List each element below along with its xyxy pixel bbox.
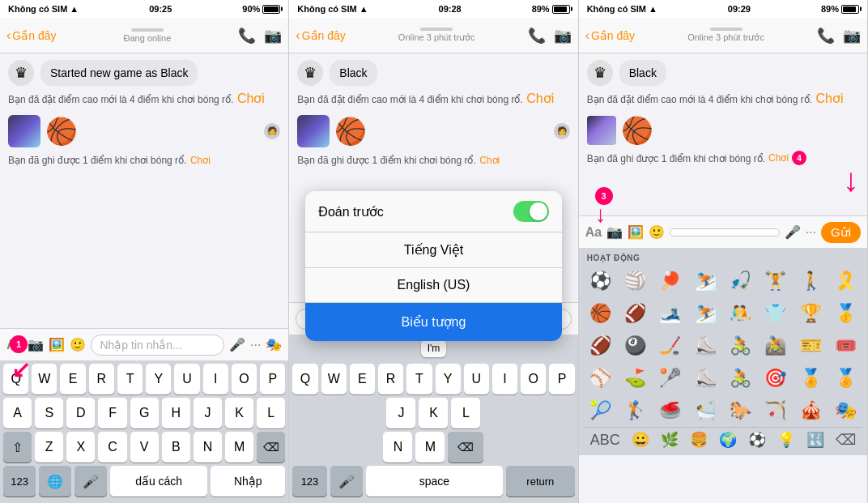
- score-1pt-link-3[interactable]: Chơi: [768, 152, 789, 164]
- key-w-2[interactable]: W: [321, 364, 347, 394]
- emoji-wrestling[interactable]: 🤼: [724, 299, 757, 328]
- emoji-weightlift[interactable]: 🏋️: [759, 266, 792, 296]
- emoji-mtb[interactable]: 🚵: [759, 331, 792, 360]
- sticker-icon-1[interactable]: 🎭: [266, 337, 282, 352]
- emoji-curling[interactable]: 🥌: [653, 396, 687, 425]
- camera-icon-1[interactable]: 📷: [28, 337, 44, 352]
- mic-icon-3[interactable]: 🎤: [785, 224, 801, 240]
- key-q-2[interactable]: Q: [292, 364, 317, 394]
- key-r[interactable]: R: [89, 364, 114, 394]
- emoji-tennis[interactable]: 🎾: [584, 396, 617, 425]
- emoji-horse[interactable]: 🐎: [724, 396, 757, 425]
- message-input-1[interactable]: Nhập tin nhắn...: [91, 335, 224, 356]
- key-e-2[interactable]: E: [350, 364, 375, 394]
- video-icon-3[interactable]: 📷: [843, 27, 861, 45]
- key-mic-1[interactable]: 🎤: [74, 466, 107, 497]
- emoji-fishing[interactable]: 🎣: [724, 266, 757, 296]
- score-high-link-2[interactable]: Chơi: [526, 92, 554, 105]
- emoji-ski[interactable]: ⛷️: [689, 266, 722, 296]
- emoji-hockey[interactable]: 🏒: [653, 331, 687, 360]
- message-input-3[interactable]: [670, 228, 780, 237]
- dropdown-english[interactable]: English (US): [305, 268, 561, 303]
- key-a[interactable]: A: [3, 398, 32, 428]
- key-l-2[interactable]: L: [451, 398, 480, 428]
- key-x[interactable]: X: [66, 432, 95, 463]
- suggestion-im[interactable]: I'm: [421, 339, 447, 357]
- emoji-bottom-travel[interactable]: 🌍: [719, 431, 737, 449]
- emoji-golf[interactable]: ⛳: [619, 364, 652, 393]
- key-h[interactable]: H: [162, 398, 190, 428]
- key-u-2[interactable]: U: [464, 364, 489, 394]
- emoji-trophy[interactable]: 🏆: [794, 299, 827, 328]
- key-daucach-1[interactable]: dấu cách: [110, 466, 207, 497]
- key-f[interactable]: F: [98, 398, 126, 428]
- emoji-ticket[interactable]: 🎫: [794, 331, 827, 360]
- emoji-ribbon[interactable]: 🎗️: [829, 266, 862, 296]
- emoji-baseball[interactable]: ⚾: [584, 364, 617, 393]
- emoji-medal3[interactable]: 🏅: [829, 364, 862, 393]
- back-button-3[interactable]: ‹ Gần đây: [585, 28, 635, 43]
- key-z[interactable]: Z: [35, 432, 63, 463]
- phone-icon-1[interactable]: 📞: [238, 27, 256, 45]
- video-icon-1[interactable]: 📷: [264, 27, 282, 45]
- emoji-theater[interactable]: 🎭: [829, 396, 862, 425]
- emoji-cycling[interactable]: 🚴: [724, 331, 757, 360]
- key-delete[interactable]: ⌫: [257, 432, 285, 463]
- key-n[interactable]: N: [194, 432, 222, 463]
- key-o-2[interactable]: O: [521, 364, 546, 394]
- emoji-bottom-activity[interactable]: ⚽: [748, 431, 766, 449]
- image-icon-1[interactable]: 🖼️: [49, 337, 65, 352]
- key-v[interactable]: V: [130, 432, 159, 463]
- score-high-link-1[interactable]: Chơi: [237, 92, 265, 105]
- emoji-bottom-nature[interactable]: 🌿: [661, 431, 679, 449]
- score-high-link-3[interactable]: Chơi: [816, 92, 844, 105]
- key-k[interactable]: K: [225, 398, 253, 428]
- key-g[interactable]: G: [130, 398, 159, 428]
- emoji-shirt[interactable]: 👕: [759, 299, 792, 328]
- key-k-2[interactable]: K: [419, 398, 448, 428]
- emoji-admit[interactable]: 🎟️: [829, 331, 862, 360]
- emoji-bottom-objects[interactable]: 💡: [777, 431, 795, 449]
- emoji-skis[interactable]: 🎿: [653, 299, 687, 328]
- emoji-icon-3[interactable]: 🙂: [649, 224, 665, 240]
- key-delete-2[interactable]: ⌫: [448, 432, 483, 463]
- key-l[interactable]: L: [257, 398, 285, 428]
- key-i-2[interactable]: I: [492, 364, 517, 394]
- key-j-2[interactable]: J: [386, 398, 415, 428]
- emoji-iceskate[interactable]: ⛸️: [689, 331, 722, 360]
- key-d[interactable]: D: [66, 398, 95, 428]
- key-n-2[interactable]: N: [383, 432, 412, 463]
- key-q[interactable]: Q: [3, 364, 28, 394]
- emoji-bath[interactable]: 🛀: [689, 396, 722, 425]
- key-y-2[interactable]: Y: [436, 364, 461, 394]
- key-p-2[interactable]: P: [549, 364, 574, 394]
- emoji-basketball[interactable]: 🏀: [584, 299, 617, 328]
- key-mic-2[interactable]: 🎤: [330, 466, 363, 497]
- emoji-bow[interactable]: 🏹: [759, 396, 792, 425]
- more-icon-1[interactable]: ···: [250, 338, 261, 352]
- emoji-bottom-delete[interactable]: ⌫: [836, 431, 856, 449]
- score-1pt-link-1[interactable]: Chơi: [190, 155, 211, 166]
- emoji-bottom-abc[interactable]: ABC: [590, 432, 620, 449]
- emoji-bottom-face[interactable]: 😀: [632, 431, 649, 449]
- score-1pt-link-2[interactable]: Chơi: [479, 155, 500, 166]
- key-globe-1[interactable]: 🌐: [39, 466, 71, 497]
- phone-icon-2[interactable]: 📞: [528, 27, 546, 45]
- key-t[interactable]: T: [117, 364, 143, 394]
- emoji-ski2[interactable]: ⛷️: [689, 299, 722, 328]
- key-t-2[interactable]: T: [406, 364, 432, 394]
- phone-icon-3[interactable]: 📞: [817, 27, 835, 45]
- emoji-circus[interactable]: 🎪: [794, 396, 827, 425]
- emoji-football[interactable]: 🏈: [619, 299, 652, 328]
- emoji-target[interactable]: 🎯: [759, 364, 792, 393]
- send-button[interactable]: Gửi: [821, 222, 861, 243]
- back-button-2[interactable]: ‹ Gần đây: [296, 28, 345, 43]
- emoji-golfing[interactable]: 🏌️: [619, 396, 652, 425]
- key-m[interactable]: M: [225, 432, 253, 463]
- key-e[interactable]: E: [60, 364, 85, 394]
- key-return-2[interactable]: return: [506, 466, 575, 497]
- key-m-2[interactable]: M: [415, 432, 445, 463]
- back-button-1[interactable]: ‹ Gần đây: [6, 28, 56, 43]
- key-i[interactable]: I: [203, 364, 228, 394]
- emoji-pingpong[interactable]: 🏓: [653, 266, 687, 296]
